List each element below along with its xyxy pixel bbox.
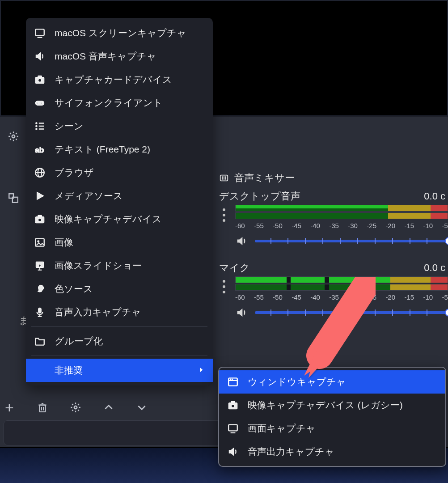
globe-icon [34, 167, 46, 178]
gear-icon[interactable] [8, 131, 19, 142]
menu-item-label: 音声入力キャプチャ [55, 306, 141, 318]
mixer-title: 音声ミキサー [234, 171, 295, 185]
menu-item[interactable]: 音声入力キャプチャ [26, 301, 213, 324]
menu-item[interactable]: 画像スライドショー [26, 254, 213, 277]
menu-item[interactable]: テキスト (FreeType 2) [26, 138, 213, 161]
menu-item[interactable]: シーン [26, 114, 213, 138]
channel-name: マイク [219, 261, 250, 275]
left-rail [0, 125, 27, 204]
db-scale: -60-55-50-45-40-35-30-25-20-15-10-5 [235, 292, 448, 301]
speaker-icon[interactable] [235, 235, 248, 247]
menu-item[interactable]: macOS 音声キャプチャ [26, 45, 213, 68]
speaker-icon [34, 51, 46, 62]
submenu-item[interactable]: ウィンドウキャプチャ [219, 370, 445, 394]
audio-meter [235, 212, 448, 219]
monitor-icon [227, 423, 239, 434]
trash-icon[interactable] [37, 402, 48, 413]
camera-icon [34, 74, 46, 85]
menu-item-label: 映像キャプチャデバイス [55, 213, 162, 225]
speaker-icon [227, 446, 239, 458]
channel-level: 0.0 c [424, 191, 445, 202]
menu-item-label: ブラウザ [55, 166, 94, 179]
ab-icon [34, 144, 46, 155]
scenes-icon[interactable] [8, 192, 19, 204]
menu-item-label: メディアソース [55, 190, 123, 202]
menu-item-label: サイフォンクライアント [55, 97, 163, 109]
play-icon [34, 190, 46, 202]
chevron-right-icon [198, 365, 205, 376]
menu-item-label: macOS スクリーンキャプチャ [55, 27, 186, 39]
mixer-channel-desktop: デスクトップ音声 0.0 c -60-55-50-45-40-35-30-25-… [219, 190, 448, 247]
speaker-icon[interactable] [235, 306, 248, 319]
menu-item[interactable]: ブラウザ [26, 161, 213, 184]
mixer-icon [219, 173, 229, 183]
menu-item-label: 画面キャプチャ [248, 422, 316, 435]
chevron-up-icon[interactable] [103, 402, 114, 413]
audio-meter [235, 284, 448, 291]
brush-icon [34, 283, 46, 295]
menu-item-label: シーン [55, 120, 84, 132]
menu-separator [31, 326, 207, 327]
camera-icon [34, 213, 46, 225]
menu-item-label: 色ソース [55, 283, 93, 295]
channel-level: 0.0 c [424, 262, 445, 274]
submenu-item[interactable]: 音声出力キャプチャ [219, 440, 445, 463]
menu-item-label: キャプチャカードデバイス [55, 73, 172, 86]
menu-item-label: 非推奨 [55, 364, 83, 377]
menu-item-label: 映像キャプチャデバイス (レガシー) [248, 399, 403, 411]
add-button[interactable]: + [4, 402, 15, 413]
menu-item-label: グループ化 [55, 335, 103, 347]
list-icon [34, 120, 46, 132]
mixer-header: 音声ミキサー [219, 168, 295, 188]
menu-item-label: ウィンドウキャプチャ [248, 376, 346, 388]
mixer-channel-mic: マイク 0.0 c -60-55-50-45-40-35-30-25-20-15… [219, 261, 448, 319]
audio-meter [235, 276, 448, 283]
deprecated-submenu[interactable]: ウィンドウキャプチャ映像キャプチャデバイス (レガシー)画面キャプチャ音声出力キ… [218, 367, 446, 467]
menu-item[interactable]: メディアソース [26, 184, 213, 208]
gamepad-icon [34, 97, 46, 109]
chevron-down-icon[interactable] [136, 402, 148, 413]
monitor-icon [34, 27, 46, 39]
db-scale: -60-55-50-45-40-35-30-25-20-15-10-5 [235, 220, 448, 229]
menu-item[interactable]: 映像キャプチャデバイス [26, 208, 213, 231]
channel-options[interactable] [219, 205, 229, 225]
microphone-icon [34, 306, 46, 318]
submenu-item[interactable]: 画面キャプチャ [219, 417, 445, 440]
menu-item-label: 画像 [55, 236, 73, 249]
add-source-menu[interactable]: macOS スクリーンキャプチャmacOS 音声キャプチャキャプチャカードデバイ… [26, 18, 213, 386]
sources-toolbar: + [4, 402, 148, 413]
audio-meter [235, 205, 448, 212]
menu-separator [31, 356, 207, 356]
window-icon [227, 376, 239, 388]
volume-slider[interactable] [255, 240, 448, 242]
submenu-item[interactable]: 映像キャプチャデバイス (レガシー) [219, 394, 445, 417]
menu-item-deprecated[interactable]: 非推奨 [26, 359, 213, 382]
camera-icon [227, 399, 239, 411]
slideshow-icon [34, 260, 46, 271]
menu-item[interactable]: サイフォンクライアント [26, 91, 213, 114]
menu-item-label: テキスト (FreeType 2) [55, 143, 150, 156]
menu-item-group[interactable]: グループ化 [26, 330, 213, 353]
menu-item[interactable]: キャプチャカードデバイス [26, 68, 213, 91]
menu-item-label: macOS 音声キャプチャ [55, 50, 156, 63]
menu-item-label: 音声出力キャプチャ [248, 445, 334, 458]
channel-name: デスクトップ音声 [219, 190, 300, 203]
menu-item[interactable]: 画像 [26, 231, 213, 254]
menu-item[interactable]: macOS スクリーンキャプチャ [26, 21, 213, 45]
volume-slider[interactable] [255, 311, 448, 314]
channel-options[interactable] [219, 276, 229, 297]
image-icon [34, 237, 46, 248]
menu-item[interactable]: 色ソース [26, 277, 213, 301]
folder-icon [34, 335, 46, 347]
gear-icon[interactable] [70, 402, 81, 413]
menu-item-label: 画像スライドショー [55, 259, 142, 272]
